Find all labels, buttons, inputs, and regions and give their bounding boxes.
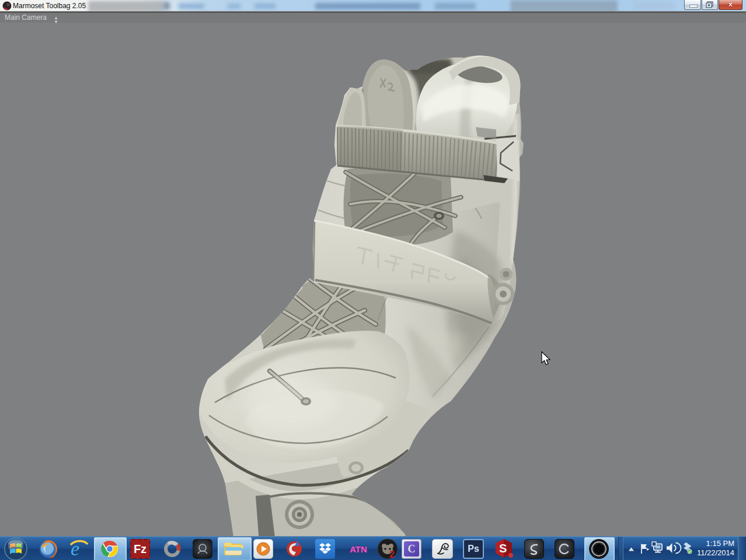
svg-text:S: S [499, 542, 507, 555]
svg-text:2: 2 [389, 550, 395, 559]
